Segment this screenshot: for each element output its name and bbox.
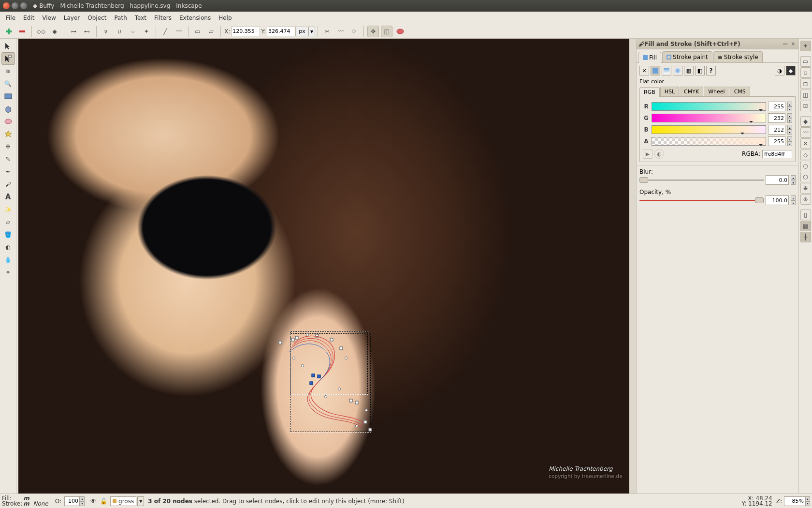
b-input[interactable] (768, 125, 785, 134)
opacity-input[interactable] (766, 195, 789, 205)
menu-layer[interactable]: Layer (60, 13, 84, 23)
snap-midpoint-button[interactable]: ⬡ (800, 172, 811, 182)
rectangle-tool[interactable] (1, 90, 15, 103)
a-slider[interactable] (652, 137, 766, 146)
snap-cusp-button[interactable]: ◇ (800, 149, 811, 160)
snap-smooth-button[interactable]: ○ (800, 161, 811, 171)
3d-box-tool[interactable] (1, 103, 15, 115)
layer-visibility-toggle[interactable]: 👁 (90, 498, 96, 505)
zoom-input[interactable] (784, 496, 805, 506)
snap-grid-button[interactable]: ▦ (800, 221, 811, 231)
gradient-tool[interactable]: ◐ (1, 241, 15, 254)
color-tab-hsl[interactable]: HSL (660, 87, 679, 96)
snap-guide-button[interactable]: ╂ (800, 232, 811, 242)
spray-tool[interactable]: ✨ (1, 203, 15, 216)
flat-color-button[interactable] (651, 66, 660, 75)
next-path-effect-button[interactable]: ⟳ (348, 26, 360, 37)
color-tab-wheel[interactable]: Wheel (704, 87, 729, 96)
canvas-scrollbar-vertical[interactable] (629, 39, 636, 493)
menu-help[interactable]: Help (215, 13, 235, 23)
color-tab-cmyk[interactable]: CMYK (680, 87, 703, 96)
snap-center-button[interactable]: ⊕ (800, 183, 811, 194)
color-tab-cms[interactable]: CMS (730, 87, 750, 96)
break-node-button[interactable]: ◇◇ (35, 26, 47, 37)
show-handles-toggle[interactable]: ✥ (367, 26, 379, 37)
calligraphy-tool[interactable]: 🖌 (1, 178, 15, 191)
tab-stroke-style[interactable]: ≡Stroke style (713, 51, 763, 62)
snap-path-button[interactable]: 〰 (800, 127, 811, 138)
radial-gradient-button[interactable] (673, 66, 682, 75)
tweak-tool[interactable]: ≋ (1, 65, 15, 77)
layer-lock-toggle[interactable]: 🔓 (100, 498, 107, 505)
snap-intersection-button[interactable]: ✕ (800, 138, 811, 149)
curve-segment-button[interactable]: 〰 (173, 26, 185, 37)
stroke-indicator[interactable]: None (33, 500, 48, 507)
layer-dropdown[interactable]: ▾ (137, 496, 144, 506)
eraser-tool[interactable]: ▱ (1, 216, 15, 228)
snap-rotation-button[interactable]: ⊛ (800, 194, 811, 205)
menu-path[interactable]: Path (110, 13, 130, 23)
swatch-button[interactable]: ◧ (695, 66, 705, 75)
master-opacity-input[interactable] (64, 496, 80, 506)
dropper-tool[interactable]: 💧 (1, 254, 15, 266)
menu-extensions[interactable]: Extensions (175, 13, 215, 23)
snap-bbox-button[interactable]: ▭ (800, 56, 811, 67)
text-tool[interactable]: A (1, 191, 15, 203)
zoom-tool[interactable]: 🔍 (1, 77, 15, 90)
snap-bbox-center-button[interactable]: ⊡ (800, 101, 811, 111)
linear-gradient-button[interactable] (662, 66, 671, 75)
dock-minimize-button[interactable]: ▭ (782, 41, 789, 47)
auto-node-button[interactable]: ✦ (141, 26, 152, 37)
bezier-tool[interactable]: ✒ (1, 165, 15, 178)
unit-dropdown[interactable]: ▾ (308, 27, 315, 36)
cusp-node-button[interactable]: ∨ (100, 26, 112, 37)
snap-bbox-corner-button[interactable]: ◻ (800, 78, 811, 89)
unit-label[interactable]: px (296, 27, 308, 36)
x-coordinate-input[interactable] (231, 27, 260, 36)
show-outline-toggle[interactable]: ◫ (381, 26, 392, 37)
pick-screen-button[interactable]: ▶ (643, 149, 652, 159)
ellipse-tool[interactable] (1, 115, 15, 128)
menu-filters[interactable]: Filters (150, 13, 175, 23)
menu-view[interactable]: View (38, 13, 59, 23)
color-wheel-button[interactable]: ◐ (654, 149, 664, 159)
window-close-button[interactable] (3, 2, 10, 9)
unknown-paint-button[interactable]: ? (706, 66, 716, 75)
show-mask-button[interactable]: 〰 (335, 26, 347, 37)
g-input[interactable] (768, 113, 785, 123)
paint-bucket-tool[interactable]: 🪣 (1, 228, 15, 241)
snap-page-button[interactable]: ▯ (800, 209, 811, 220)
a-input[interactable] (768, 136, 785, 146)
opacity-slider[interactable] (639, 197, 764, 203)
no-paint-button[interactable]: ✕ (639, 66, 649, 75)
menu-object[interactable]: Object (84, 13, 110, 23)
spiral-tool[interactable]: ❉ (1, 140, 15, 153)
menu-text[interactable]: Text (131, 13, 150, 23)
b-slider[interactable] (652, 125, 766, 134)
smooth-node-button[interactable]: ∪ (114, 26, 125, 37)
blur-input[interactable] (766, 175, 789, 185)
snap-bbox-midpoint-button[interactable]: ◫ (800, 90, 811, 100)
current-layer[interactable]: gross (118, 498, 134, 505)
tab-fill[interactable]: Fill (638, 52, 661, 63)
pencil-tool[interactable]: ✎ (1, 153, 15, 165)
r-input[interactable] (768, 102, 785, 111)
canvas[interactable]: Michelle Trachtenberg copyright by traeu… (18, 39, 636, 493)
node-tool[interactable] (1, 52, 15, 65)
fill-rule-nonzero-button[interactable]: ◆ (786, 66, 796, 75)
window-minimize-button[interactable] (12, 2, 18, 9)
connector-tool[interactable]: ⚭ (1, 266, 15, 279)
delete-segment-button[interactable]: ⊷ (81, 26, 93, 37)
r-slider[interactable] (652, 102, 766, 111)
g-slider[interactable] (652, 114, 766, 122)
fill-rule-evenodd-button[interactable]: ◑ (775, 66, 784, 75)
menu-edit[interactable]: Edit (19, 13, 38, 23)
snap-enable-toggle[interactable]: ✦ (800, 41, 811, 51)
show-path-toggle[interactable] (394, 26, 406, 37)
tab-stroke-paint[interactable]: Stroke paint (662, 51, 712, 62)
delete-node-button[interactable] (16, 26, 28, 37)
insert-node-button[interactable] (3, 26, 14, 37)
show-clip-button[interactable]: ✂ (321, 26, 333, 37)
symmetric-node-button[interactable]: ⌣ (127, 26, 139, 37)
flatten-bezier-button[interactable]: ▱ (205, 26, 217, 37)
